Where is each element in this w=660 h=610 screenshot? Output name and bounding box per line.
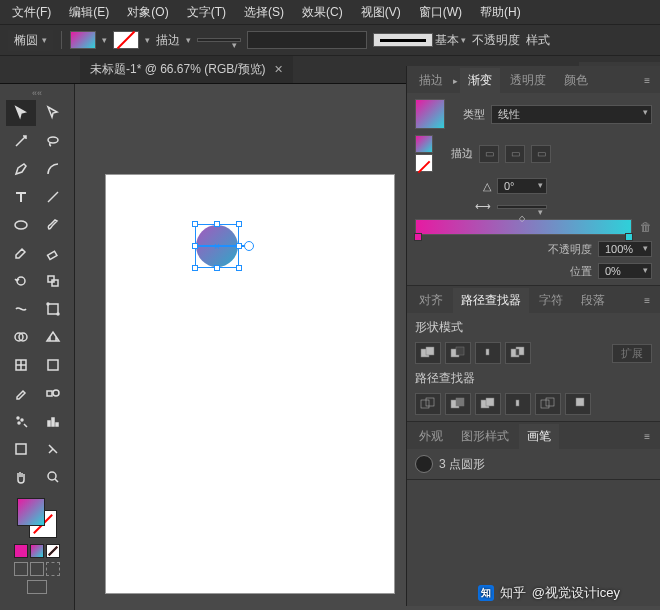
tab-paragraph[interactable]: 段落	[573, 288, 613, 313]
aspect-field[interactable]	[497, 205, 547, 209]
draw-inside-button[interactable]	[46, 562, 60, 576]
resize-handle[interactable]	[192, 221, 198, 227]
resize-handle[interactable]	[236, 221, 242, 227]
stroke-profile-field[interactable]	[247, 31, 367, 49]
column-graph-tool[interactable]	[38, 408, 68, 434]
pen-tool[interactable]	[6, 156, 36, 182]
minus-front-button[interactable]	[445, 342, 471, 364]
menu-edit[interactable]: 编辑(E)	[61, 1, 117, 24]
toolbox-grip-icon[interactable]: ««	[12, 88, 62, 98]
shape-builder-tool[interactable]	[6, 324, 36, 350]
slice-tool[interactable]	[38, 436, 68, 462]
merge-button[interactable]	[475, 393, 501, 415]
zoom-tool[interactable]	[38, 464, 68, 490]
stroke-within-icon[interactable]: ▭	[479, 145, 499, 163]
resize-handle[interactable]	[214, 221, 220, 227]
tab-appearance[interactable]: 外观	[411, 424, 451, 449]
stroke-swatch[interactable]	[113, 31, 139, 49]
scale-tool[interactable]	[38, 268, 68, 294]
minus-back-button[interactable]	[565, 393, 591, 415]
fill-stroke-swatches[interactable]	[17, 498, 57, 538]
resize-handle[interactable]	[192, 265, 198, 271]
stop-opacity-field[interactable]: 100%	[598, 241, 652, 257]
crop-button[interactable]	[505, 393, 531, 415]
tab-brushes[interactable]: 画笔	[519, 424, 559, 449]
intersect-button[interactable]	[475, 342, 501, 364]
outline-button[interactable]	[535, 393, 561, 415]
width-tool[interactable]	[6, 296, 36, 322]
menu-file[interactable]: 文件(F)	[4, 1, 59, 24]
tab-graphic-styles[interactable]: 图形样式	[453, 424, 517, 449]
screen-mode-button[interactable]	[27, 580, 47, 594]
tab-align[interactable]: 对齐	[411, 288, 451, 313]
stroke-along-icon[interactable]: ▭	[505, 145, 525, 163]
fill-color-swatch[interactable]	[17, 498, 45, 526]
line-tool[interactable]	[38, 184, 68, 210]
fill-mini-swatch[interactable]	[415, 135, 433, 153]
mesh-tool[interactable]	[6, 352, 36, 378]
artboard-tool[interactable]	[6, 436, 36, 462]
symbol-sprayer-tool[interactable]	[6, 408, 36, 434]
paintbrush-tool[interactable]	[38, 212, 68, 238]
tab-character[interactable]: 字符	[531, 288, 571, 313]
gradient-type-select[interactable]: 线性	[491, 105, 652, 124]
close-icon[interactable]: ✕	[274, 63, 283, 76]
curvature-tool[interactable]	[38, 156, 68, 182]
resize-handle[interactable]	[192, 243, 198, 249]
none-fill-button[interactable]	[46, 544, 60, 558]
tab-stroke[interactable]: 描边	[411, 68, 451, 93]
resize-handle[interactable]	[236, 243, 242, 249]
shape-preset-dropdown[interactable]: 椭圆 ▾	[8, 30, 53, 51]
menu-view[interactable]: 视图(V)	[353, 1, 409, 24]
gradient-stop-right[interactable]	[625, 233, 633, 241]
brush-stroke-field[interactable]: 基本 ▾	[373, 32, 466, 49]
artboard[interactable]	[105, 174, 395, 594]
expand-button[interactable]: 扩展	[612, 344, 652, 363]
menu-window[interactable]: 窗口(W)	[411, 1, 470, 24]
panel-menu-icon[interactable]: ≡	[638, 73, 656, 88]
tab-opacity[interactable]: 透明度	[502, 68, 554, 93]
eyedropper-tool[interactable]	[6, 380, 36, 406]
trim-button[interactable]	[445, 393, 471, 415]
tab-color[interactable]: 颜色	[556, 68, 596, 93]
type-tool[interactable]	[6, 184, 36, 210]
divide-button[interactable]	[415, 393, 441, 415]
selected-ellipse[interactable]: ×	[195, 224, 239, 268]
resize-handle[interactable]	[214, 265, 220, 271]
draw-behind-button[interactable]	[30, 562, 44, 576]
draw-normal-button[interactable]	[14, 562, 28, 576]
solid-fill-button[interactable]	[14, 544, 28, 558]
menu-object[interactable]: 对象(O)	[119, 1, 176, 24]
shaper-tool[interactable]	[6, 240, 36, 266]
menu-select[interactable]: 选择(S)	[236, 1, 292, 24]
exclude-button[interactable]	[505, 342, 531, 364]
unite-button[interactable]	[415, 342, 441, 364]
menu-effect[interactable]: 效果(C)	[294, 1, 351, 24]
document-tab[interactable]: 未标题-1* @ 66.67% (RGB/预览) ✕	[80, 56, 293, 83]
stroke-mini-swatch[interactable]	[415, 154, 433, 172]
gradient-tool[interactable]	[38, 352, 68, 378]
menu-help[interactable]: 帮助(H)	[472, 1, 529, 24]
midpoint-marker-icon[interactable]: ◇	[519, 214, 525, 223]
menu-type[interactable]: 文字(T)	[179, 1, 234, 24]
gradient-preview-swatch[interactable]	[415, 99, 445, 129]
eraser-tool[interactable]	[38, 240, 68, 266]
gradient-slider[interactable]: ◇	[415, 219, 632, 235]
selection-tool[interactable]	[6, 100, 36, 126]
perspective-tool[interactable]	[38, 324, 68, 350]
stroke-across-icon[interactable]: ▭	[531, 145, 551, 163]
angle-field[interactable]: 0°	[497, 178, 547, 194]
rotate-tool[interactable]	[6, 268, 36, 294]
lasso-tool[interactable]	[38, 128, 68, 154]
fill-swatch[interactable]	[70, 31, 96, 49]
ellipse-tool[interactable]	[6, 212, 36, 238]
gradient-fill-button[interactable]	[30, 544, 44, 558]
panel-menu-icon[interactable]: ≡	[638, 429, 656, 444]
free-transform-tool[interactable]	[38, 296, 68, 322]
resize-handle[interactable]	[236, 265, 242, 271]
tab-pathfinder[interactable]: 路径查找器	[453, 288, 529, 313]
trash-icon[interactable]: 🗑	[640, 220, 652, 234]
stroke-weight-field[interactable]	[197, 38, 241, 42]
direct-selection-tool[interactable]	[38, 100, 68, 126]
panel-menu-icon[interactable]: ≡	[638, 293, 656, 308]
